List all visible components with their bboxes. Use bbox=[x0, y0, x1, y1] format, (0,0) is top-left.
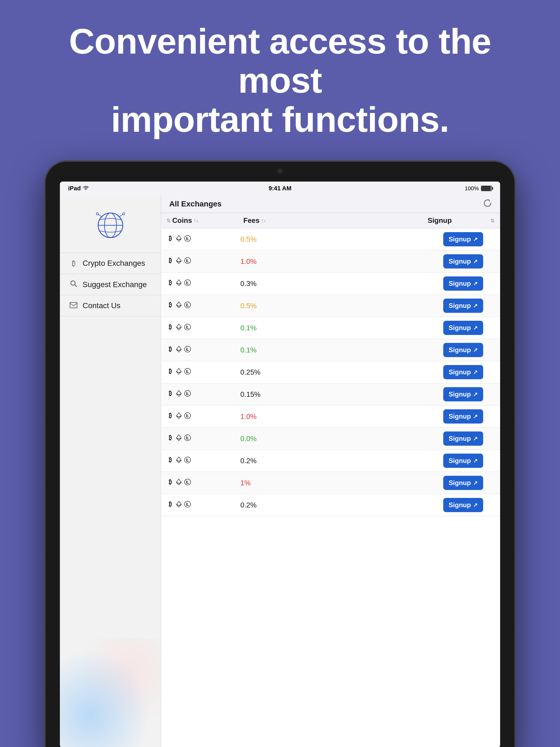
sidebar-item-crypto-exchanges[interactable]: ₿ Crypto Exchanges bbox=[60, 253, 161, 274]
status-right: 100% bbox=[465, 185, 492, 192]
svg-text:₿: ₿ bbox=[169, 279, 172, 286]
svg-marker-48 bbox=[176, 394, 181, 396]
row-coins: ₿ Ł bbox=[167, 479, 238, 488]
signup-label: Signup bbox=[428, 216, 452, 225]
svg-text:Ł: Ł bbox=[186, 391, 189, 396]
row-coins: ₿ Ł bbox=[167, 257, 238, 266]
table-row: ₿ Ł 1.0%Signup ↗ bbox=[161, 251, 500, 273]
svg-line-9 bbox=[75, 285, 77, 287]
table-row: ₿ Ł 0.2%Signup ↗ bbox=[161, 494, 500, 516]
ethereum-coin-icon bbox=[176, 345, 182, 355]
ethereum-coin-icon bbox=[176, 368, 182, 377]
fee-value: 1.0% bbox=[240, 412, 256, 420]
table-row: ₿ Ł 0.25%Signup ↗ bbox=[161, 361, 500, 383]
row-signup: Signup ↗ bbox=[432, 321, 495, 335]
row-coins: ₿ Ł bbox=[167, 301, 238, 310]
signup-button[interactable]: Signup ↗ bbox=[443, 498, 483, 512]
row-coins: ₿ Ł bbox=[167, 434, 238, 443]
bitcoin-icon: ₿ bbox=[70, 259, 78, 268]
svg-marker-58 bbox=[176, 438, 181, 441]
svg-marker-53 bbox=[176, 416, 181, 419]
svg-text:₿: ₿ bbox=[169, 368, 172, 375]
svg-text:Ł: Ł bbox=[186, 325, 189, 330]
signup-button[interactable]: Signup ↗ bbox=[443, 343, 483, 357]
svg-point-5 bbox=[96, 213, 98, 215]
row-coins: ₿ Ł bbox=[167, 279, 238, 288]
signup-button[interactable]: Signup ↗ bbox=[443, 321, 483, 335]
svg-text:₿: ₿ bbox=[169, 324, 172, 330]
globe-icon bbox=[94, 209, 127, 242]
bitcoin-coin-icon: ₿ bbox=[167, 412, 174, 421]
litecoin-coin-icon: Ł bbox=[184, 412, 191, 421]
ipad-container: iPad 9:41 AM 100% bbox=[0, 156, 560, 747]
fee-value: 0.2% bbox=[240, 457, 256, 465]
signup-button[interactable]: Signup ↗ bbox=[443, 232, 483, 247]
litecoin-coin-icon: Ł bbox=[184, 390, 191, 399]
wifi-icon bbox=[83, 185, 89, 192]
signup-button[interactable]: Signup ↗ bbox=[443, 454, 483, 468]
refresh-icon[interactable] bbox=[483, 199, 492, 209]
signup-arrow-icon: ↗ bbox=[473, 480, 478, 486]
table-row: ₿ Ł 1%Signup ↗ bbox=[161, 472, 500, 494]
row-fees: 1.0% bbox=[238, 412, 432, 421]
signup-button[interactable]: Signup ↗ bbox=[443, 409, 483, 423]
signup-button[interactable]: Signup ↗ bbox=[443, 277, 483, 291]
row-fees: 0.1% bbox=[238, 346, 432, 354]
ethereum-coin-icon bbox=[176, 412, 182, 421]
svg-marker-63 bbox=[176, 460, 181, 463]
signup-button[interactable]: Signup ↗ bbox=[443, 299, 483, 313]
nav-bar: All Exchanges bbox=[161, 195, 500, 213]
coins-sort-leading[interactable]: ⇅ bbox=[167, 217, 171, 224]
ethereum-coin-icon bbox=[176, 479, 182, 488]
row-fees: 1% bbox=[238, 479, 432, 487]
bitcoin-coin-icon: ₿ bbox=[167, 345, 174, 355]
ethereum-coin-icon bbox=[176, 324, 182, 333]
table-header: ⇅ Coins ↑↓ Fees ↑↓ Signup ⇅ bbox=[161, 213, 500, 228]
sidebar-logo bbox=[60, 195, 161, 250]
row-coins: ₿ Ł bbox=[167, 456, 238, 465]
signup-button[interactable]: Signup ↗ bbox=[443, 432, 483, 446]
row-signup: Signup ↗ bbox=[432, 299, 495, 313]
ipad-screen: iPad 9:41 AM 100% bbox=[60, 182, 500, 747]
svg-rect-10 bbox=[70, 302, 77, 308]
ipad-camera bbox=[278, 169, 282, 174]
svg-marker-13 bbox=[176, 239, 181, 241]
coins-sort-icon[interactable]: ↑↓ bbox=[194, 217, 199, 223]
nav-title: All Exchanges bbox=[169, 200, 222, 208]
row-signup: Signup ↗ bbox=[432, 277, 495, 291]
svg-line-4 bbox=[98, 214, 102, 217]
svg-text:₿: ₿ bbox=[169, 301, 172, 308]
signup-arrow-icon: ↗ bbox=[473, 435, 478, 442]
sidebar-item-contact-us[interactable]: Contact Us bbox=[60, 295, 161, 316]
litecoin-coin-icon: Ł bbox=[184, 500, 191, 510]
litecoin-coin-icon: Ł bbox=[184, 456, 191, 465]
bitcoin-coin-icon: ₿ bbox=[167, 368, 174, 377]
fee-value: 0.25% bbox=[240, 368, 261, 376]
svg-text:Ł: Ł bbox=[186, 258, 189, 263]
signup-button[interactable]: Signup ↗ bbox=[443, 387, 483, 402]
signup-button[interactable]: Signup ↗ bbox=[443, 254, 483, 268]
svg-text:₿: ₿ bbox=[169, 257, 172, 264]
signup-button[interactable]: Signup ↗ bbox=[443, 365, 483, 379]
fees-sort-icon[interactable]: ↑↓ bbox=[261, 217, 266, 223]
table-row: ₿ Ł 0.1%Signup ↗ bbox=[161, 339, 500, 361]
table-row: ₿ Ł 0.1%Signup ↗ bbox=[161, 317, 500, 339]
ethereum-coin-icon bbox=[176, 456, 182, 465]
table-row: ₿ Ł 0.0%Signup ↗ bbox=[161, 428, 500, 450]
signup-sort-icon[interactable]: ⇅ bbox=[490, 217, 495, 224]
exchange-table: ₿ Ł 0.5%Signup ↗ ₿ Ł 1.0%Signup ↗ ₿ Ł 0.… bbox=[161, 228, 500, 747]
bitcoin-coin-icon: ₿ bbox=[167, 324, 174, 333]
signup-button[interactable]: Signup ↗ bbox=[443, 476, 483, 490]
sidebar-item-label-suggest: Suggest Exchange bbox=[82, 280, 147, 289]
battery-fill bbox=[482, 186, 491, 190]
signup-arrow-icon: ↗ bbox=[473, 236, 478, 242]
signup-arrow-icon: ↗ bbox=[473, 280, 478, 287]
fee-value: 0.0% bbox=[240, 435, 256, 443]
fee-value: 1% bbox=[240, 479, 251, 487]
sidebar-item-suggest-exchange[interactable]: Suggest Exchange bbox=[60, 274, 161, 295]
litecoin-coin-icon: Ł bbox=[184, 479, 191, 488]
bitcoin-coin-icon: ₿ bbox=[167, 479, 174, 488]
row-fees: 0.0% bbox=[238, 435, 432, 443]
svg-text:Ł: Ł bbox=[186, 236, 189, 241]
svg-text:Ł: Ł bbox=[186, 480, 189, 485]
